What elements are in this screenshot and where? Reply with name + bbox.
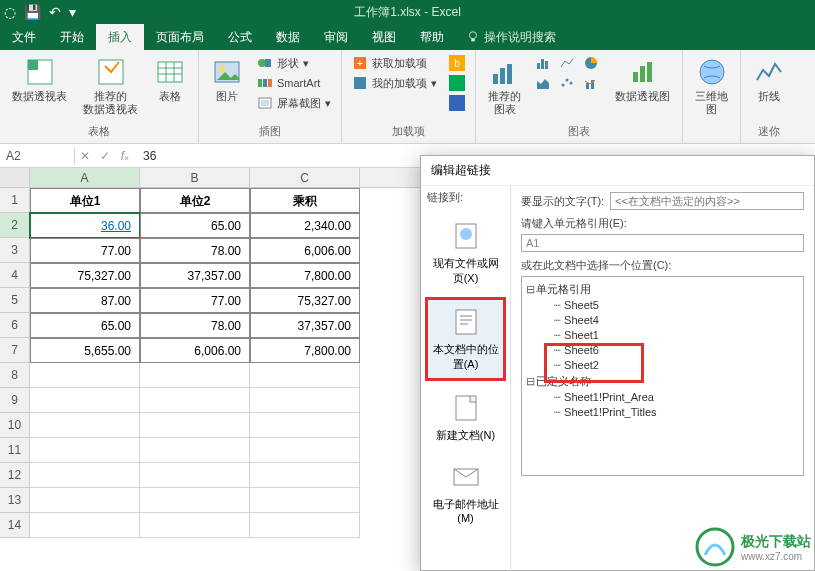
tree-node-sheet[interactable]: ┈ Sheet5 (526, 298, 799, 313)
tree-node-name[interactable]: ┈ Sheet1!Print_Titles (526, 405, 799, 420)
cell[interactable]: 7,800.00 (250, 263, 360, 288)
cell[interactable]: 单位2 (140, 188, 250, 213)
row-header[interactable]: 10 (0, 413, 30, 438)
cell[interactable] (30, 438, 140, 463)
chart-combo-icon[interactable] (581, 74, 603, 92)
location-tree[interactable]: ⊟单元格引用 ┈ Sheet5 ┈ Sheet4 ┈ Sheet1 ┈ Shee… (521, 276, 804, 476)
bing-maps-button[interactable]: b (447, 54, 467, 72)
cell[interactable] (30, 488, 140, 513)
row-header[interactable]: 6 (0, 313, 30, 338)
cell[interactable] (140, 413, 250, 438)
cell[interactable] (250, 388, 360, 413)
get-addins-button[interactable]: +获取加载项 (350, 54, 439, 72)
cell[interactable] (250, 413, 360, 438)
cell[interactable]: 单位1 (30, 188, 140, 213)
cell[interactable] (30, 513, 140, 538)
cell[interactable]: 6,006.00 (140, 338, 250, 363)
chart-pie-icon[interactable] (581, 54, 603, 72)
link-existing-file-button[interactable]: 现有文件或网页(X) (425, 213, 506, 293)
cell[interactable]: 65.00 (30, 313, 140, 338)
cell[interactable] (140, 513, 250, 538)
row-header[interactable]: 11 (0, 438, 30, 463)
link-place-in-doc-button[interactable]: 本文档中的位 置(A) (425, 297, 506, 381)
screenshot-button[interactable]: 屏幕截图 ▾ (255, 94, 333, 112)
pivot-chart-button[interactable]: 数据透视图 (611, 54, 674, 105)
cell[interactable]: 87.00 (30, 288, 140, 313)
pivot-table-button[interactable]: 数据透视表 (8, 54, 71, 105)
sparkline-line-button[interactable]: 折线 (749, 54, 789, 105)
undo-icon[interactable]: ↶ (49, 4, 61, 20)
cell[interactable]: 77.00 (30, 238, 140, 263)
save-icon[interactable]: 💾 (24, 4, 41, 20)
cell[interactable]: 75,327.00 (30, 263, 140, 288)
chart-scatter-icon[interactable] (557, 74, 579, 92)
cell[interactable] (140, 463, 250, 488)
tell-me-search[interactable]: 操作说明搜索 (456, 24, 566, 50)
tab-data[interactable]: 数据 (264, 24, 312, 50)
people-graph-button[interactable] (447, 74, 467, 92)
cell[interactable] (140, 363, 250, 388)
chart-line-icon[interactable] (557, 54, 579, 72)
row-header[interactable]: 14 (0, 513, 30, 538)
cell[interactable]: 2,340.00 (250, 213, 360, 238)
cell[interactable] (250, 363, 360, 388)
cell[interactable] (30, 388, 140, 413)
row-header[interactable]: 9 (0, 388, 30, 413)
cell[interactable] (250, 463, 360, 488)
cell[interactable]: 78.00 (140, 238, 250, 263)
tree-node-name[interactable]: ┈ Sheet1!Print_Area (526, 390, 799, 405)
enter-formula-icon[interactable]: ✓ (95, 149, 115, 163)
pictures-button[interactable]: 图片 (207, 54, 247, 105)
row-header[interactable]: 13 (0, 488, 30, 513)
redo-icon[interactable]: ▾ (69, 4, 76, 20)
row-header[interactable]: 3 (0, 238, 30, 263)
row-header[interactable]: 8 (0, 363, 30, 388)
tab-file[interactable]: 文件 (0, 24, 48, 50)
cell[interactable]: 77.00 (140, 288, 250, 313)
col-header-B[interactable]: B (140, 168, 250, 187)
cell[interactable]: 5,655.00 (30, 338, 140, 363)
recommended-pivot-button[interactable]: 推荐的 数据透视表 (79, 54, 142, 118)
cell[interactable] (30, 463, 140, 488)
tab-view[interactable]: 视图 (360, 24, 408, 50)
cell[interactable]: 37,357.00 (140, 263, 250, 288)
cell-selected[interactable]: 36.00 (30, 213, 140, 238)
cell[interactable]: 78.00 (140, 313, 250, 338)
tree-node-cellref[interactable]: ⊟单元格引用 (526, 281, 799, 298)
col-header-C[interactable]: C (250, 168, 360, 187)
cell[interactable] (30, 363, 140, 388)
row-header[interactable]: 12 (0, 463, 30, 488)
cell[interactable]: 65.00 (140, 213, 250, 238)
cell[interactable] (140, 388, 250, 413)
cell[interactable] (140, 438, 250, 463)
tab-formulas[interactable]: 公式 (216, 24, 264, 50)
cell[interactable] (30, 413, 140, 438)
tab-home[interactable]: 开始 (48, 24, 96, 50)
cell[interactable]: 37,357.00 (250, 313, 360, 338)
cell[interactable] (250, 438, 360, 463)
cell[interactable]: 6,006.00 (250, 238, 360, 263)
chart-area-icon[interactable] (533, 74, 555, 92)
shapes-button[interactable]: 形状 ▾ (255, 54, 333, 72)
tab-review[interactable]: 审阅 (312, 24, 360, 50)
cell-ref-input[interactable] (521, 234, 804, 252)
link-email-button[interactable]: 电子邮件地址 (M) (425, 454, 506, 531)
cell[interactable]: 乘积 (250, 188, 360, 213)
row-header[interactable]: 7 (0, 338, 30, 363)
smartart-button[interactable]: SmartArt (255, 74, 333, 92)
tree-node-sheet[interactable]: ┈ Sheet4 (526, 313, 799, 328)
tab-pagelayout[interactable]: 页面布局 (144, 24, 216, 50)
row-header[interactable]: 5 (0, 288, 30, 313)
tab-help[interactable]: 帮助 (408, 24, 456, 50)
row-header[interactable]: 1 (0, 188, 30, 213)
recommended-charts-button[interactable]: 推荐的 图表 (484, 54, 525, 118)
cancel-formula-icon[interactable]: ✕ (75, 149, 95, 163)
display-text-input[interactable] (610, 192, 804, 210)
select-all-corner[interactable] (0, 168, 30, 187)
my-addins-button[interactable]: 我的加载项 ▾ (350, 74, 439, 92)
name-box[interactable]: A2 (0, 147, 75, 165)
link-new-document-button[interactable]: 新建文档(N) (425, 385, 506, 450)
row-header[interactable]: 2 (0, 213, 30, 238)
tab-insert[interactable]: 插入 (96, 24, 144, 50)
table-button[interactable]: 表格 (150, 54, 190, 105)
